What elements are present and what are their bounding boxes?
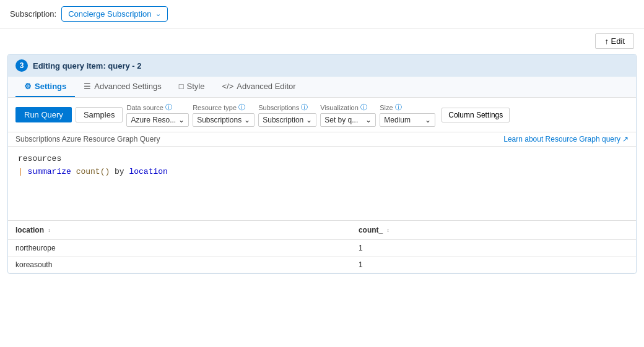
tab-settings[interactable]: ⚙ Settings xyxy=(15,77,75,97)
col-header-location[interactable]: location ↕ xyxy=(8,221,351,240)
learn-link[interactable]: Learn about Resource Graph query ↗ xyxy=(503,135,629,144)
code-line-1: resources xyxy=(18,153,626,166)
dropdown-chevron-icon: ⌄ xyxy=(244,116,250,124)
sort-icon-count: ↕ xyxy=(387,228,389,233)
subscription-label: Subscription: xyxy=(10,9,56,19)
query-info-bar: Subscriptions Azure Resource Graph Query… xyxy=(8,132,636,147)
size-dropdown[interactable]: Medium ⌄ xyxy=(380,113,435,127)
size-label: Size ⓘ xyxy=(380,103,435,112)
top-bar: Subscription: Concierge Subscription ⌄ xyxy=(0,0,644,28)
dropdown-chevron-icon: ⌄ xyxy=(306,116,312,124)
visualization-dropdown[interactable]: Set by q... ⌄ xyxy=(320,113,376,127)
subscriptions-info-icon[interactable]: ⓘ xyxy=(301,103,308,112)
external-link-icon: ↗ xyxy=(622,135,629,144)
column-settings-button[interactable]: Column Settings xyxy=(442,108,510,122)
tab-advanced-settings-label: Advanced Settings xyxy=(94,82,161,91)
data-source-info-icon[interactable]: ⓘ xyxy=(165,103,172,112)
resource-type-field: Resource type ⓘ Subscriptions ⌄ xyxy=(193,103,255,127)
code-icon: </> xyxy=(222,82,233,91)
chevron-down-icon: ⌄ xyxy=(155,10,161,18)
edit-button-area: ↑ Edit xyxy=(0,33,634,49)
dropdown-chevron-icon: ⌄ xyxy=(425,116,431,124)
tabs-bar: ⚙ Settings ☰ Advanced Settings □ Style <… xyxy=(8,77,636,98)
query-header: 3 Editing query item: query - 2 xyxy=(8,54,636,77)
code-editor[interactable]: resources | summarize count() by locatio… xyxy=(8,147,636,221)
table-header: location ↕ count_ ↕ xyxy=(8,221,636,240)
table-body: northeurope1koreasouth1 xyxy=(8,240,636,273)
sort-icon-location: ↕ xyxy=(48,228,50,233)
step-badge: 3 xyxy=(15,59,28,72)
data-source-dropdown[interactable]: Azure Reso... ⌄ xyxy=(126,113,189,127)
tab-style[interactable]: □ Style xyxy=(170,77,214,97)
visualization-info-icon[interactable]: ⓘ xyxy=(360,103,367,112)
advanced-settings-icon: ☰ xyxy=(84,82,91,91)
subscriptions-dropdown[interactable]: Subscription ⌄ xyxy=(258,113,316,127)
subscription-dropdown[interactable]: Concierge Subscription ⌄ xyxy=(61,6,167,22)
visualization-field: Visualization ⓘ Set by q... ⌄ xyxy=(320,103,376,127)
tab-advanced-editor[interactable]: </> Advanced Editor xyxy=(213,77,304,97)
table-row: koreasouth1 xyxy=(8,257,636,273)
query-description: Subscriptions Azure Resource Graph Query xyxy=(15,135,160,144)
tab-advanced-editor-label: Advanced Editor xyxy=(237,82,295,91)
dropdown-chevron-icon: ⌄ xyxy=(178,116,185,124)
size-field: Size ⓘ Medium ⌄ xyxy=(380,103,435,127)
run-query-button[interactable]: Run Query xyxy=(15,107,72,122)
query-panel: 3 Editing query item: query - 2 ⚙ Settin… xyxy=(7,54,637,274)
dropdown-chevron-icon: ⌄ xyxy=(365,116,372,124)
resource-type-dropdown[interactable]: Subscriptions ⌄ xyxy=(193,113,255,127)
data-source-field: Data source ⓘ Azure Reso... ⌄ xyxy=(126,103,189,127)
subscription-value: Concierge Subscription xyxy=(68,9,151,19)
cell-count: 1 xyxy=(351,240,636,257)
subscriptions-label: Subscriptions ⓘ xyxy=(258,103,316,112)
data-source-label: Data source ⓘ xyxy=(126,103,189,112)
toolbar: Run Query Samples Data source ⓘ Azure Re… xyxy=(8,98,636,132)
results-table: location ↕ count_ ↕ northeurope1koreasou… xyxy=(8,221,636,273)
tab-settings-label: Settings xyxy=(35,82,66,91)
size-info-icon[interactable]: ⓘ xyxy=(395,103,402,112)
cell-location: koreasouth xyxy=(8,257,351,273)
resource-type-info-icon[interactable]: ⓘ xyxy=(238,103,245,112)
tab-advanced-settings[interactable]: ☰ Advanced Settings xyxy=(75,77,170,97)
code-line-2: | summarize count() by location xyxy=(18,166,626,179)
subscriptions-field: Subscriptions ⓘ Subscription ⌄ xyxy=(258,103,316,127)
edit-button[interactable]: ↑ Edit xyxy=(595,33,634,49)
results-container: location ↕ count_ ↕ northeurope1koreasou… xyxy=(8,221,636,273)
panel-title: Editing query item: query - 2 xyxy=(33,61,142,71)
resource-type-label: Resource type ⓘ xyxy=(193,103,255,112)
table-row: northeurope1 xyxy=(8,240,636,257)
samples-button[interactable]: Samples xyxy=(76,107,123,122)
cell-location: northeurope xyxy=(8,240,351,257)
tab-style-label: Style xyxy=(187,82,205,91)
cell-count: 1 xyxy=(351,257,636,273)
gear-icon: ⚙ xyxy=(24,82,32,91)
style-icon: □ xyxy=(179,82,184,91)
col-header-count[interactable]: count_ ↕ xyxy=(351,221,636,240)
visualization-label: Visualization ⓘ xyxy=(320,103,376,112)
